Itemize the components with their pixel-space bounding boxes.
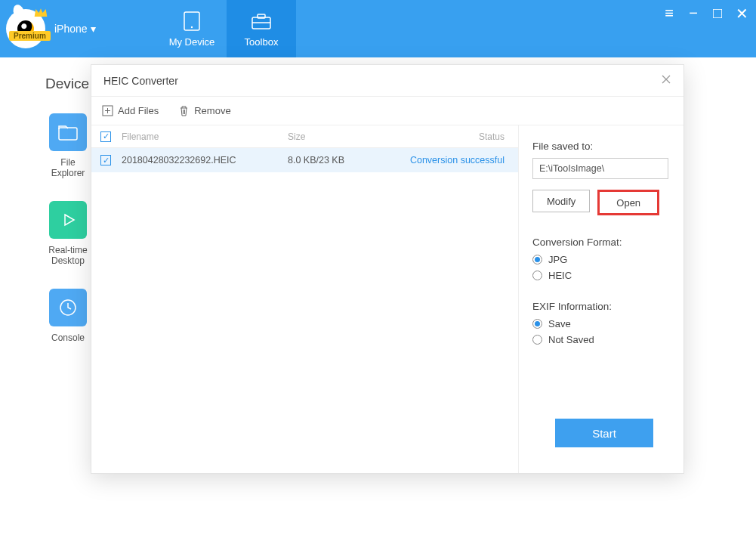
svg-rect-3 bbox=[258, 14, 265, 18]
tile-file-explorer[interactable]: FileExplorer bbox=[45, 113, 91, 178]
dialog-toolbar: Add Files Remove bbox=[91, 97, 683, 125]
close-icon[interactable] bbox=[661, 74, 671, 87]
start-button[interactable]: Start bbox=[555, 419, 653, 447]
format-option-jpg[interactable]: JPG bbox=[532, 254, 670, 265]
tablet-icon bbox=[179, 11, 205, 32]
file-list-pane: Filename Size Status 20180428032232692.H… bbox=[91, 125, 519, 473]
toolbox-icon bbox=[248, 11, 274, 32]
radio-icon bbox=[532, 255, 542, 264]
logo-area: Premium iPhone ▾ bbox=[0, 0, 157, 57]
radio-icon bbox=[532, 271, 542, 280]
plus-box-icon bbox=[102, 105, 113, 116]
exif-option-save[interactable]: Save bbox=[532, 318, 670, 329]
tile-realtime-desktop[interactable]: Real-timeDesktop bbox=[45, 201, 91, 266]
col-status[interactable]: Status bbox=[378, 131, 518, 142]
row-checkbox[interactable] bbox=[100, 155, 111, 165]
col-filename[interactable]: Filename bbox=[122, 131, 288, 142]
tile-label: Console bbox=[51, 332, 85, 343]
clock-icon bbox=[58, 298, 78, 317]
conversion-format-section: Conversion Format: JPG HEIC bbox=[532, 237, 670, 281]
add-files-button[interactable]: Add Files bbox=[102, 105, 159, 116]
tile-label: FileExplorer bbox=[51, 157, 85, 178]
table-row[interactable]: 20180428032232692.HEIC 8.0 KB/23 KB Conv… bbox=[91, 148, 518, 172]
radio-label: JPG bbox=[548, 254, 567, 265]
chevron-down-icon: ▾ bbox=[91, 23, 96, 35]
cell-status: Conversion successful bbox=[378, 155, 518, 165]
premium-badge: Premium bbox=[9, 31, 51, 41]
modify-button[interactable]: Modify bbox=[532, 190, 590, 212]
maximize-icon[interactable]: □ bbox=[711, 5, 724, 23]
radio-label: HEIC bbox=[548, 270, 572, 281]
select-all-checkbox[interactable] bbox=[100, 131, 111, 142]
trash-icon bbox=[178, 105, 190, 116]
heic-converter-dialog: HEIC Converter Add Files Remove Filename… bbox=[91, 64, 684, 474]
app-header: Premium iPhone ▾ My Device Toolbox ≡ − □… bbox=[0, 0, 756, 57]
dialog-title: HEIC Converter bbox=[103, 75, 178, 87]
tile-label: Real-timeDesktop bbox=[48, 245, 87, 266]
device-label: iPhone bbox=[54, 23, 88, 35]
tab-toolbox[interactable]: Toolbox bbox=[227, 0, 296, 57]
close-icon[interactable]: ✕ bbox=[735, 5, 748, 23]
cell-filename: 20180428032232692.HEIC bbox=[122, 155, 288, 165]
remove-button[interactable]: Remove bbox=[178, 105, 230, 116]
saved-to-label: File saved to: bbox=[532, 141, 670, 152]
open-button[interactable]: Open bbox=[597, 190, 659, 215]
play-icon bbox=[59, 211, 77, 229]
tab-my-device[interactable]: My Device bbox=[157, 0, 227, 57]
table-header: Filename Size Status bbox=[91, 125, 518, 148]
folder-icon bbox=[58, 124, 78, 141]
dialog-titlebar: HEIC Converter bbox=[91, 65, 683, 97]
minimize-icon[interactable]: − bbox=[687, 5, 700, 23]
tab-label: Toolbox bbox=[245, 36, 279, 48]
format-label: Conversion Format: bbox=[532, 237, 670, 248]
device-selector[interactable]: iPhone ▾ bbox=[54, 23, 96, 35]
crown-icon bbox=[33, 8, 48, 18]
svg-rect-5 bbox=[59, 128, 77, 140]
add-files-label: Add Files bbox=[118, 105, 159, 116]
remove-label: Remove bbox=[194, 105, 230, 116]
tile-console[interactable]: Console bbox=[45, 289, 91, 343]
svg-point-1 bbox=[191, 26, 193, 27]
col-size[interactable]: Size bbox=[288, 131, 378, 142]
radio-icon bbox=[532, 319, 542, 329]
tab-label: My Device bbox=[169, 36, 215, 48]
cell-size: 8.0 KB/23 KB bbox=[288, 155, 378, 165]
radio-label: Not Saved bbox=[548, 334, 594, 345]
format-option-heic[interactable]: HEIC bbox=[532, 270, 670, 281]
exif-section: EXIF Information: Save Not Saved bbox=[532, 301, 670, 345]
exif-option-not-saved[interactable]: Not Saved bbox=[532, 334, 670, 345]
saved-to-input[interactable] bbox=[532, 158, 668, 179]
radio-label: Save bbox=[548, 318, 571, 329]
menu-icon[interactable]: ≡ bbox=[662, 5, 676, 23]
window-controls: ≡ − □ ✕ bbox=[662, 5, 748, 23]
radio-icon bbox=[532, 335, 542, 345]
svg-marker-6 bbox=[65, 215, 74, 225]
exif-label: EXIF Information: bbox=[532, 301, 670, 312]
